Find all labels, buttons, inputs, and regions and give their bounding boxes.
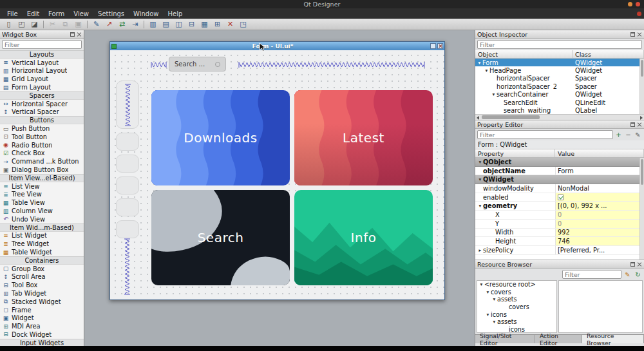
widget-box-row[interactable]: ⊞ MDI Area [0, 322, 84, 330]
close-panel-icon[interactable] [637, 32, 642, 37]
horizontal-spacer-widget[interactable] [151, 62, 167, 68]
layout-form-button[interactable]: ▦ [198, 19, 211, 29]
form-editor-window[interactable]: Form - Ul.ui* Search ... [109, 41, 445, 300]
layout-vertical-button[interactable]: ▤ [160, 19, 172, 29]
menu-edit[interactable]: Edit [23, 10, 44, 17]
scroll-right-icon[interactable] [640, 116, 643, 120]
widget-box-row[interactable]: ≡ Vertical Layout [0, 59, 84, 67]
float-panel-icon[interactable] [630, 122, 635, 127]
layout-splitter-horizontal-button[interactable]: ◫ [173, 19, 185, 29]
open-form-button[interactable]: ◰ [15, 19, 28, 29]
resource-browser-tool-button[interactable]: ✎ [623, 270, 632, 279]
widget-box-row[interactable]: ↕ Scroll Area [0, 273, 84, 281]
widget-box-row[interactable]: Buttons [0, 116, 84, 124]
property-row[interactable]: windowModality NonModal [475, 184, 644, 193]
form-window-float-button[interactable] [430, 43, 436, 49]
cut-button[interactable]: ✂ [46, 19, 59, 29]
layout-splitter-vertical-button[interactable]: ⊟ [185, 19, 198, 29]
property-expand-arrow[interactable]: ▾ [477, 159, 483, 165]
edit-buddies-button[interactable]: ⇄ [116, 19, 128, 29]
menu-view[interactable]: View [69, 10, 93, 17]
widget-box-row[interactable]: → Command ...k Button [0, 157, 84, 166]
edit-widgets-button[interactable]: ✎ [90, 19, 102, 29]
resource-tree-row[interactable]: covers [477, 303, 556, 311]
object-inspector-row[interactable]: ▾ HeadPage QWidget [475, 66, 644, 74]
layout-horizontal-button[interactable]: ▥ [147, 19, 159, 29]
sidebar-button-placeholder[interactable] [116, 155, 139, 173]
widget-box-row[interactable]: ▣ Widget [0, 314, 84, 323]
property-value[interactable]: Form [555, 167, 644, 175]
float-panel-icon[interactable] [70, 32, 75, 37]
vertical-scrollbar[interactable] [639, 59, 644, 114]
widget-box-row[interactable]: Item Wid...m-Based) [0, 223, 84, 232]
new-form-button[interactable]: ▯ [3, 19, 15, 29]
object-inspector-row[interactable]: search_waiting QLabel [475, 106, 644, 114]
resource-tree-row[interactable]: ▾ covers [477, 289, 556, 296]
menu-file[interactable]: File [3, 10, 23, 17]
property-editor-tool-button[interactable]: ✎ [634, 131, 642, 139]
property-value[interactable]: [Preferred, Pr... [555, 246, 644, 254]
property-row[interactable]: Width 992 [475, 229, 644, 238]
sidebar-button-placeholder[interactable] [116, 133, 139, 151]
object-inspector-row[interactable]: ▾ searchContainer QWidget [475, 91, 644, 99]
property-row[interactable]: ▾ QWidget [475, 175, 644, 184]
property-value[interactable]: 992 [555, 229, 644, 237]
edit-tab-order-button[interactable]: ⇥ [129, 19, 141, 29]
vertical-spacer-widget[interactable] [124, 238, 130, 295]
sidebar-button-placeholder[interactable] [116, 220, 139, 238]
property-expand-arrow[interactable]: ▾ [477, 176, 483, 182]
widget-box-row[interactable]: Item View...el-Based) [0, 174, 84, 182]
widget-box-row[interactable]: ☑ Check Box [0, 149, 84, 158]
form-canvas[interactable]: Search ... [110, 50, 444, 299]
close-window-icon[interactable] [636, 2, 640, 6]
widget-box-row[interactable]: ▢ Group Box [0, 265, 84, 273]
search-edit-field[interactable]: Search ... [175, 61, 211, 68]
widget-box-row[interactable]: Spacers [0, 91, 84, 100]
titlebar[interactable]: Qt Designer [0, 0, 644, 8]
property-expand-arrow[interactable]: ▾ [477, 203, 483, 209]
widget-box-row[interactable]: ▤ Form Layout [0, 83, 84, 91]
widget-box-row[interactable]: ⊟ Dock Widget [0, 330, 84, 339]
property-editor-tool-button[interactable]: + [614, 131, 623, 139]
card-search[interactable]: Search [151, 190, 290, 285]
property-row[interactable]: ▸ sizePolicy [Preferred, Pr... [475, 246, 644, 255]
property-expand-arrow[interactable]: ▸ [477, 247, 483, 253]
object-inspector-row[interactable]: ▾ Form QWidget [475, 59, 644, 66]
close-panel-icon[interactable] [637, 122, 642, 127]
search-container-widget[interactable]: Search ... [169, 57, 226, 71]
copy-button[interactable]: ⧉ [59, 19, 71, 29]
widget-box-row[interactable]: ≡ List Widget [0, 232, 84, 240]
widget-box-row[interactable]: Containers [0, 256, 84, 265]
tree-expand-arrow[interactable]: ▾ [485, 289, 491, 295]
widget-box-row[interactable]: ↶ Undo View [0, 215, 84, 223]
scroll-left-icon[interactable] [477, 116, 479, 120]
property-value[interactable]: 746 [555, 237, 644, 245]
tree-expand-arrow[interactable]: ▾ [478, 281, 484, 287]
column-object[interactable]: Object [475, 50, 573, 58]
object-inspector-row[interactable]: horizontalSpacer Spacer [475, 75, 644, 82]
adjust-size-button[interactable]: ◳ [237, 19, 249, 29]
horizontal-scrollbar[interactable] [475, 114, 644, 120]
menubar-close-icon[interactable] [637, 12, 641, 16]
close-panel-icon[interactable] [77, 32, 82, 37]
close-panel-icon[interactable] [637, 261, 642, 267]
tree-expand-arrow[interactable]: ▾ [485, 312, 491, 318]
column-value[interactable]: Value [555, 149, 644, 157]
resource-tree-row[interactable]: ▾ icons [477, 310, 556, 318]
property-row[interactable]: ▾ QObject [475, 158, 644, 167]
property-value[interactable]: [(0, 0), 992 x ... [555, 202, 644, 210]
resource-browser-tool-button[interactable]: ↻ [634, 270, 642, 279]
widget-box-row[interactable]: ⧉ Stacked Widget [0, 298, 84, 306]
resource-browser-filter-input[interactable] [562, 270, 621, 279]
object-inspector-row[interactable]: horizontalSpacer_2 Spacer [475, 82, 644, 90]
bottom-tab[interactable]: Signal/Slot Editor [475, 335, 535, 343]
widget-box-row[interactable]: ↕ Vertical Spacer [0, 108, 84, 117]
widget-box-row[interactable]: ≣ Tree Widget [0, 240, 84, 248]
menu-help[interactable]: Help [164, 10, 187, 17]
bottom-tab[interactable]: Resource Browser [582, 335, 644, 343]
property-row[interactable]: Y 0 [475, 220, 644, 229]
card-downloads[interactable]: Downloads [151, 90, 290, 185]
tree-expand-arrow[interactable]: ▾ [491, 91, 497, 97]
widget-box-row[interactable]: ▦ Table View [0, 198, 84, 207]
tree-expand-arrow[interactable]: ▾ [477, 60, 482, 66]
